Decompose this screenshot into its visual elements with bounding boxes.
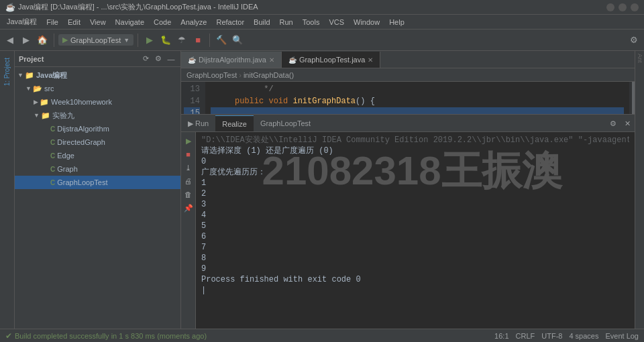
run-config-dropdown[interactable]: ▶ GraphLoopTest ▼ bbox=[58, 34, 133, 46]
project-sync-btn[interactable]: ⟳ bbox=[140, 54, 151, 64]
run-tab-label: Run bbox=[195, 119, 209, 127]
toolbar-left: ◀ ▶ 🏠 bbox=[3, 33, 50, 48]
print-btn[interactable]: 🖨 bbox=[182, 175, 195, 187]
rerun-btn[interactable]: ▶ bbox=[182, 135, 195, 147]
menu-java[interactable]: Java编程 bbox=[3, 15, 41, 28]
coverage-button[interactable]: ☂ bbox=[174, 33, 189, 48]
tree-edge[interactable]: C Edge bbox=[15, 149, 180, 162]
scroll-indicator[interactable] bbox=[629, 82, 635, 114]
status-encoding[interactable]: UTF-8 bbox=[541, 332, 562, 340]
tree-icon-graph: C bbox=[50, 166, 55, 173]
tree-graphlooptest[interactable]: C GraphLoopTest bbox=[15, 176, 180, 189]
console-line-7: 7 bbox=[201, 242, 629, 253]
ant-label[interactable]: Ant bbox=[635, 51, 644, 66]
bottom-tab-close[interactable]: ✕ bbox=[621, 115, 635, 131]
tree-directed[interactable]: C DirectedGraph bbox=[15, 135, 180, 149]
pin-btn[interactable]: 📌 bbox=[182, 202, 195, 214]
toolbar-sep-1 bbox=[54, 34, 54, 47]
menu-help[interactable]: Help bbox=[385, 17, 409, 27]
menu-analyze[interactable]: Analyze bbox=[176, 17, 211, 27]
bottom-tab-graphloop[interactable]: GraphLoopTest bbox=[254, 115, 317, 131]
tree-week10[interactable]: ▶ 📁 Week10homework bbox=[15, 95, 180, 109]
toolbar: ◀ ▶ 🏠 ▶ GraphLoopTest ▼ ▶ 🐛 ☂ ■ 🔨 🔍 ⚙ bbox=[0, 30, 644, 51]
title-bar-left: ☕ Java编程 [D:\Java编程] - ...\src\实验九\Graph… bbox=[5, 2, 258, 12]
tree-arrow-root: ▼ bbox=[17, 72, 23, 78]
menu-file[interactable]: File bbox=[42, 17, 62, 27]
menu-vcs[interactable]: VCS bbox=[325, 17, 348, 27]
menu-bar: Java编程 File Edit View Navigate Code Anal… bbox=[0, 15, 644, 30]
debug-button[interactable]: 🐛 bbox=[158, 33, 173, 48]
bottom-left-icons: ▶ ■ ⤓ 🖨 🗑 📌 bbox=[181, 132, 196, 329]
scroll-end-btn[interactable]: ⤓ bbox=[182, 162, 195, 174]
tree-icon-week10: 📁 bbox=[40, 98, 49, 107]
status-check-icon: ✔ bbox=[5, 331, 12, 341]
settings-btn[interactable]: ⚙ bbox=[627, 33, 641, 48]
tree-src[interactable]: ▼ 📂 src bbox=[15, 82, 180, 95]
menu-code[interactable]: Code bbox=[150, 17, 175, 27]
stop-button[interactable]: ■ bbox=[191, 33, 205, 48]
toolbar-search-btn[interactable]: 🔍 bbox=[230, 33, 245, 48]
console-line-5: 5 bbox=[201, 221, 629, 231]
breadcrumb-method[interactable]: initGraphData() bbox=[244, 71, 294, 79]
tree-dijstra[interactable]: C DijstraAlgorithm bbox=[15, 122, 180, 135]
status-crlf[interactable]: CRLF bbox=[516, 332, 535, 340]
menu-build[interactable]: Build bbox=[250, 17, 274, 27]
project-collapse-btn[interactable]: — bbox=[166, 54, 176, 64]
stop-run-btn[interactable]: ■ bbox=[182, 148, 195, 160]
console-cursor[interactable]: | bbox=[201, 285, 629, 296]
tree-root[interactable]: ▼ 📁 Java编程 bbox=[15, 68, 180, 82]
ln-15: 15 bbox=[184, 107, 200, 114]
right-sidebar: Ant bbox=[635, 51, 644, 329]
console-line-prompt: 请选择深度 (1) 还是广度遍历 (0) bbox=[201, 146, 629, 156]
tree-exp9[interactable]: ▼ 📁 实验九 bbox=[15, 109, 180, 122]
menu-edit[interactable]: Edit bbox=[64, 17, 85, 27]
ln-13: 13 bbox=[184, 83, 200, 95]
clear-btn[interactable]: 🗑 bbox=[182, 188, 195, 201]
console-output: "D:\\IDEA安装处\\IntelliJ IDEA Community Ed… bbox=[196, 132, 635, 329]
code-content[interactable]: */ public void initGraphData() { graph.p… bbox=[205, 82, 629, 114]
sidebar-tab-project[interactable]: 1: Project bbox=[2, 54, 12, 90]
tab-close-dijstra[interactable]: ✕ bbox=[269, 56, 274, 64]
menu-window[interactable]: Window bbox=[350, 17, 384, 27]
status-indent[interactable]: 4 spaces bbox=[569, 332, 598, 340]
bottom-tab-realize[interactable]: Realize bbox=[215, 115, 254, 131]
line-numbers: 13 14 15 16 17 bbox=[181, 82, 205, 114]
toolbar-forward-btn[interactable]: ▶ bbox=[19, 33, 34, 48]
toolbar-sep-2 bbox=[138, 34, 138, 47]
tree-label-glt: GraphLoopTest bbox=[57, 178, 107, 186]
status-event-log[interactable]: Event Log bbox=[605, 332, 639, 340]
editor-section: 13 14 15 16 17 */ public void initGraphD… bbox=[181, 82, 635, 114]
editor-tab-graphlooptest[interactable]: ☕ GraphLoopTest.java ✕ bbox=[282, 52, 380, 68]
maximize-button[interactable] bbox=[619, 3, 627, 11]
tab-close-glt[interactable]: ✕ bbox=[368, 56, 373, 64]
project-header-icons: ⟳ ⚙ — bbox=[140, 54, 176, 64]
breadcrumb-class[interactable]: GraphLoopTest bbox=[186, 71, 237, 79]
console-text: "D:\\IDEA安装处\\IntelliJ IDEA Community Ed… bbox=[201, 135, 629, 326]
toolbar-home-btn[interactable]: 🏠 bbox=[35, 33, 50, 48]
code-line-14: public void initGraphData() { bbox=[211, 95, 624, 107]
console-line-2: 2 bbox=[201, 188, 629, 199]
menu-view[interactable]: View bbox=[86, 17, 110, 27]
menu-run[interactable]: Run bbox=[276, 17, 297, 27]
menu-tools[interactable]: Tools bbox=[299, 17, 324, 27]
run-button[interactable]: ▶ bbox=[142, 33, 157, 48]
code-line-13: */ bbox=[211, 83, 624, 95]
tree-graph[interactable]: C Graph bbox=[15, 162, 180, 176]
bottom-tab-run[interactable]: ▶ Run bbox=[181, 115, 215, 131]
toolbar-back-btn[interactable]: ◀ bbox=[3, 33, 17, 48]
build-project-btn[interactable]: 🔨 bbox=[214, 33, 229, 48]
console-line-4: 4 bbox=[201, 210, 629, 221]
tree-icon-dijstra: C bbox=[50, 125, 55, 133]
status-position[interactable]: 16:1 bbox=[494, 332, 508, 340]
close-button[interactable] bbox=[631, 3, 639, 11]
minimize-button[interactable] bbox=[606, 3, 614, 11]
editor-tab-dijstra[interactable]: ☕ DijstraAlgorithm.java ✕ bbox=[181, 52, 282, 68]
tab-icon-glt: ☕ bbox=[288, 56, 297, 64]
menu-refactor[interactable]: Refactor bbox=[212, 17, 248, 27]
bottom-tab-settings[interactable]: ⚙ bbox=[606, 115, 621, 131]
menu-navigate[interactable]: Navigate bbox=[111, 17, 148, 27]
project-gear-btn[interactable]: ⚙ bbox=[153, 54, 164, 64]
console-line-bfs: 广度优先遍历历： bbox=[201, 167, 629, 178]
scroll-thumb bbox=[632, 82, 635, 114]
project-tree: ▼ 📁 Java编程 ▼ 📂 src ▶ 📁 Week10homewo bbox=[15, 67, 180, 329]
